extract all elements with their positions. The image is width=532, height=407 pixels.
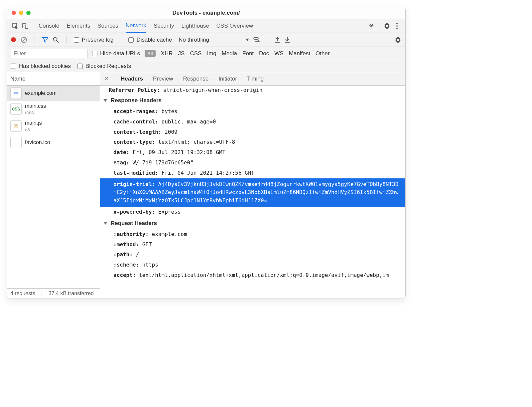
header-row[interactable]: content-length: 2009 (100, 127, 405, 137)
tab-network[interactable]: Network (126, 19, 146, 33)
details-tab-response[interactable]: Response (182, 76, 210, 82)
filter-chip-manifest[interactable]: Manifest (289, 50, 310, 57)
request-path: /css (25, 109, 46, 116)
file-type-icon (10, 137, 22, 148)
header-name: :path: (113, 251, 136, 258)
header-value: Fri, 09 Jul 2021 19:32:08 GMT (133, 149, 225, 155)
maximize-window-button[interactable] (26, 11, 31, 15)
header-value: example.com (152, 231, 187, 237)
device-toggle-icon[interactable] (20, 23, 30, 29)
preserve-log-input[interactable] (74, 37, 79, 43)
filter-chip-all[interactable]: All (145, 50, 156, 57)
kebab-menu-icon[interactable] (392, 23, 402, 29)
header-name: :authority: (113, 231, 152, 237)
header-row[interactable]: :authority: example.com (100, 229, 405, 240)
header-row[interactable]: :path: / (100, 250, 405, 260)
network-conditions-icon[interactable] (252, 37, 260, 43)
throttling-select[interactable]: No throttling (179, 37, 260, 43)
tab-sources[interactable]: Sources (97, 19, 118, 33)
details-tab-initiator[interactable]: Initiator (217, 76, 238, 82)
toolbar-divider (379, 22, 379, 30)
settings-icon[interactable] (382, 23, 392, 29)
blocked-requests-input[interactable] (77, 64, 83, 69)
filter-chip-ws[interactable]: WS (274, 50, 283, 57)
header-name: accept: (113, 272, 139, 278)
request-name: main.css (25, 103, 46, 109)
header-name: origin-trial: (113, 181, 158, 187)
header-value: text/html; charset=UTF-8 (158, 139, 235, 145)
has-blocked-cookies-checkbox[interactable]: Has blocked cookies (11, 63, 71, 70)
header-name: :method: (113, 241, 142, 248)
record-button[interactable] (11, 37, 16, 42)
inspect-element-icon[interactable] (10, 23, 20, 29)
filter-chip-img[interactable]: Img (207, 50, 216, 57)
request-row[interactable]: <>example.com (7, 86, 100, 101)
disable-cache-input[interactable] (128, 37, 134, 43)
header-value: bytes (162, 108, 178, 114)
more-tabs-icon[interactable] (366, 24, 376, 28)
header-row[interactable]: accept: text/html,application/xhtml+xml,… (100, 270, 405, 281)
import-har-icon[interactable] (275, 37, 280, 43)
filter-chip-xhr[interactable]: XHR (161, 50, 173, 57)
clear-button[interactable] (21, 37, 27, 43)
close-window-button[interactable] (12, 11, 16, 15)
header-row[interactable]: accept-ranges: bytes (100, 106, 405, 117)
filter-input[interactable] (11, 49, 87, 58)
header-value: / (136, 251, 139, 258)
header-name: content-type: (113, 139, 158, 145)
export-har-icon[interactable] (285, 37, 290, 43)
tab-console[interactable]: Console (39, 19, 59, 33)
caret-down-icon (103, 99, 107, 102)
request-list-header[interactable]: Name (7, 72, 100, 86)
request-row[interactable]: CSSmain.css/css (7, 101, 100, 118)
tab-lighthouse[interactable]: Lighthouse (181, 19, 209, 33)
close-details-icon[interactable]: × (102, 75, 111, 83)
header-value: Express (158, 209, 181, 215)
details-tab-headers[interactable]: Headers (119, 76, 144, 82)
header-row[interactable]: content-type: text/html; charset=UTF-8 (100, 137, 405, 147)
hide-data-urls-checkbox[interactable]: Hide data URLs (92, 50, 140, 57)
header-row[interactable]: x-powered-by: Express (100, 207, 405, 217)
minimize-window-button[interactable] (19, 11, 23, 15)
filter-chip-other[interactable]: Other (316, 50, 330, 57)
preserve-log-checkbox[interactable]: Preserve log (74, 37, 113, 43)
request-name: main.js (25, 120, 42, 126)
search-icon[interactable] (53, 37, 59, 43)
header-row[interactable]: :method: GET (100, 240, 405, 250)
filter-toggle-icon[interactable] (42, 37, 48, 43)
filter-chip-js[interactable]: JS (178, 50, 185, 57)
header-row[interactable]: :scheme: https (100, 260, 405, 270)
hide-data-urls-input[interactable] (92, 51, 97, 56)
network-settings-icon[interactable] (395, 37, 401, 43)
header-row[interactable]: cache-control: public, max-age=0 (100, 117, 405, 127)
svg-point-8 (54, 37, 57, 41)
has-blocked-cookies-input[interactable] (11, 64, 16, 69)
header-row[interactable]: date: Fri, 09 Jul 2021 19:32:08 GMT (100, 147, 405, 158)
request-headers-toggle[interactable]: Request Headers (100, 217, 405, 229)
request-row[interactable]: JSmain.js/js (7, 118, 100, 135)
disable-cache-checkbox[interactable]: Disable cache (128, 37, 172, 43)
header-row[interactable]: last-modified: Fri, 04 Jun 2021 14:27:56… (100, 168, 405, 178)
tab-security[interactable]: Security (154, 19, 174, 33)
tab-elements[interactable]: Elements (66, 19, 90, 33)
response-headers-toggle[interactable]: Response Headers (100, 95, 405, 106)
network-split-view: Name <>example.comCSSmain.css/cssJSmain.… (7, 72, 405, 299)
header-row[interactable]: etag: W/"7d9-179d76c65e0" (100, 158, 405, 168)
network-controls-toolbar: Preserve log Disable cache No throttling (7, 33, 405, 47)
request-row[interactable]: favicon.ico (7, 135, 100, 150)
blocked-requests-checkbox[interactable]: Blocked Requests (77, 63, 131, 70)
throttling-value: No throttling (179, 37, 209, 43)
column-header-name: Name (10, 76, 25, 82)
tab-css-overview[interactable]: CSS Overview (216, 19, 253, 33)
panel-toolbar: ConsoleElementsSourcesNetworkSecurityLig… (7, 19, 405, 33)
header-value: https (142, 262, 158, 268)
details-tab-timing[interactable]: Timing (246, 76, 265, 82)
header-row[interactable]: origin-trial: Aj4DysCv3VjknU3jJvkDEwnQZK… (100, 178, 405, 207)
filter-chip-media[interactable]: Media (222, 50, 237, 57)
details-tab-preview[interactable]: Preview (152, 76, 174, 82)
filter-chip-css[interactable]: CSS (190, 50, 201, 57)
network-extra-filters-toolbar: Has blocked cookies Blocked Requests (7, 60, 405, 72)
filter-chip-font[interactable]: Font (242, 50, 254, 57)
filter-chip-doc[interactable]: Doc (259, 50, 269, 57)
request-list-pane: Name <>example.comCSSmain.css/cssJSmain.… (7, 72, 100, 299)
